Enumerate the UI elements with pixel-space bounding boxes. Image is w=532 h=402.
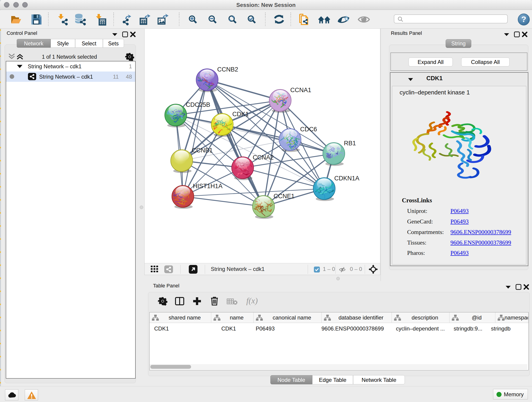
svg-text:CCNE1: CCNE1 [273,193,295,200]
svg-text:CCNA2: CCNA2 [253,154,274,161]
svg-text:CDC25B: CDC25B [186,101,210,108]
svg-text:CDKN1A: CDKN1A [334,175,360,182]
svg-text:CDK1: CDK1 [232,111,249,118]
svg-text:CCNB2: CCNB2 [217,66,238,73]
svg-text:CDC6: CDC6 [300,126,317,133]
svg-text:CCNA1: CCNA1 [290,87,311,94]
svg-text:RB1: RB1 [344,140,356,147]
svg-text:HIST1H1A: HIST1H1A [193,183,222,190]
svg-text:CCNB1: CCNB1 [192,147,213,154]
svg-text:?: ? [521,15,526,24]
